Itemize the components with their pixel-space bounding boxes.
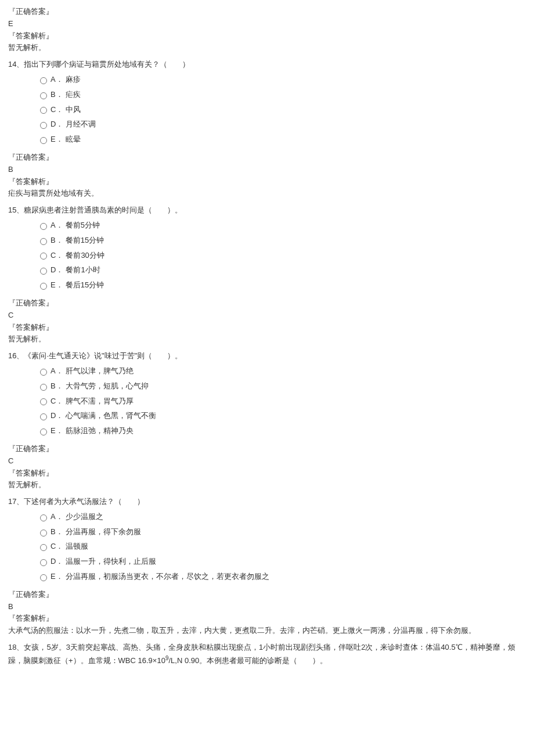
q16-option-B[interactable]: B． 大骨气劳，短肌，心气抑 (37, 380, 526, 393)
q16-radio-B[interactable] (40, 384, 47, 391)
q16-option-C[interactable]: C． 脾气不濡，胃气乃厚 (37, 395, 526, 408)
q16-option-B-text: 大骨气劳，短肌，心气抑 (66, 380, 149, 393)
q17-radio-D[interactable] (40, 559, 47, 566)
q15-radio-A[interactable] (40, 223, 47, 230)
q14-option-C[interactable]: C． 中风 (37, 104, 526, 116)
q17-option-B[interactable]: B． 分温再服，得下余勿服 (37, 526, 526, 538)
q13-answer-letter: E (8, 18, 526, 30)
q16-radio-C[interactable] (40, 398, 47, 405)
q14-option-E[interactable]: E． 眩晕 (37, 134, 526, 146)
correct-answer-label: 『正确答案』 (8, 443, 526, 455)
explanation-label: 『答案解析』 (8, 322, 526, 334)
q14-stem: 14、指出下列哪个病证与籍贯所处地域有关？（ ） (8, 59, 526, 71)
q15-radio-B[interactable] (40, 238, 47, 245)
q15-option-C[interactable]: C． 餐前30分钟 (37, 250, 526, 262)
q16-radio-E[interactable] (40, 429, 47, 435)
option-letter: E． (50, 279, 63, 291)
q17-options: A． 少少温服之 B． 分温再服，得下余勿服 C． 温顿服 D． 温服一升，得快… (37, 511, 526, 583)
option-letter: B． (50, 235, 63, 247)
q15-radio-D[interactable] (40, 268, 47, 275)
q17-option-A-text: 少少温服之 (66, 511, 103, 523)
q15-option-E[interactable]: E． 餐后15分钟 (37, 279, 526, 291)
q15-options: A． 餐前5分钟 B． 餐前15分钟 C． 餐前30分钟 D． 餐前1小时 E．… (37, 219, 526, 291)
option-letter: C． (50, 250, 63, 262)
explanation-label: 『答案解析』 (8, 30, 526, 42)
q17-option-C[interactable]: C． 温顿服 (37, 541, 526, 553)
explanation-label: 『答案解析』 (8, 467, 526, 480)
q16-radio-D[interactable] (40, 413, 47, 420)
q15-stem: 15、糖尿病患者注射普通胰岛素的时间是（ ）。 (8, 204, 526, 217)
q14-radio-C[interactable] (40, 107, 47, 114)
q17-option-C-text: 温顿服 (66, 541, 88, 553)
q16-option-D[interactable]: D． 心气喘满，色黑，肾气不衡 (37, 410, 526, 422)
q16-stem: 16、《素问·生气通天论》说"味过于苦"则（ ）。 (8, 350, 526, 362)
q14-option-A-text: 麻疹 (66, 74, 81, 86)
option-letter: B． (50, 380, 63, 393)
q17-option-B-text: 分温再服，得下余勿服 (66, 526, 141, 538)
q15-explanation: 暂无解析。 (8, 333, 526, 345)
q14-radio-B[interactable] (40, 92, 47, 99)
q16-answer-letter: C (8, 455, 526, 467)
q14-radio-E[interactable] (40, 137, 47, 144)
q16-radio-A[interactable] (40, 369, 47, 376)
q14-option-D-text: 月经不调 (66, 118, 96, 131)
option-letter: E． (50, 134, 63, 146)
q15-option-D[interactable]: D． 餐前1小时 (37, 264, 526, 276)
q14-options: A． 麻疹 B． 疟疾 C． 中风 D． 月经不调 E． 眩晕 (37, 74, 526, 146)
q17-option-A[interactable]: A． 少少温服之 (37, 511, 526, 523)
q15-answer-letter: C (8, 309, 526, 322)
q15-radio-C[interactable] (40, 253, 47, 260)
q14-answer-letter: B (8, 164, 526, 176)
q18-stem-part2: /L,N 0.90。本例患者最可能的诊断是（ ）。 (168, 656, 327, 665)
option-letter: B． (50, 526, 63, 538)
q15-option-E-text: 餐后15分钟 (66, 279, 104, 291)
q14-option-D[interactable]: D． 月经不调 (37, 118, 526, 131)
q17-radio-A[interactable] (40, 514, 47, 521)
q14-option-B[interactable]: B． 疟疾 (37, 89, 526, 101)
correct-answer-label: 『正确答案』 (8, 6, 526, 18)
q15-radio-E[interactable] (40, 283, 47, 290)
q16-option-E[interactable]: E． 筋脉沮弛，精神乃央 (37, 425, 526, 437)
option-letter: A． (50, 365, 63, 377)
q16-option-A[interactable]: A． 肝气以津，脾气乃绝 (37, 365, 526, 377)
explanation-label: 『答案解析』 (8, 613, 526, 625)
q14-option-E-text: 眩晕 (66, 134, 81, 146)
q17-stem: 17、下述何者为大承气汤服法？（ ） (8, 496, 526, 508)
q18-stem: 18、女孩，5岁。3天前突起寒战、高热、头痛，全身皮肤和粘膜出现瘀点，1小时前出… (8, 642, 526, 667)
correct-answer-label: 『正确答案』 (8, 152, 526, 164)
q15-option-A-text: 餐前5分钟 (66, 219, 100, 232)
option-letter: A． (50, 219, 63, 232)
q15-option-D-text: 餐前1小时 (66, 264, 100, 276)
q14-option-A[interactable]: A． 麻疹 (37, 74, 526, 86)
q13-explanation: 暂无解析。 (8, 42, 526, 54)
q17-option-D-text: 温服一升，得快利，止后服 (66, 556, 156, 568)
option-letter: D． (50, 556, 63, 568)
q16-answer-block: 『正确答案』 C 『答案解析』 暂无解析。 (8, 443, 526, 491)
q17-radio-E[interactable] (40, 574, 47, 581)
q16-option-C-text: 脾气不濡，胃气乃厚 (66, 395, 134, 408)
q17-explanation: 大承气汤的煎服法：以水一升，先煮二物，取五升，去滓，内大黄，更煮取二升。去滓，内… (8, 625, 526, 637)
q14-radio-A[interactable] (40, 77, 47, 84)
q15-option-A[interactable]: A． 餐前5分钟 (37, 219, 526, 232)
option-letter: D． (50, 410, 63, 422)
explanation-label: 『答案解析』 (8, 176, 526, 188)
option-letter: D． (50, 118, 63, 131)
option-letter: A． (50, 511, 63, 523)
option-letter: C． (50, 541, 63, 553)
q17-option-D[interactable]: D． 温服一升，得快利，止后服 (37, 556, 526, 568)
q14-option-C-text: 中风 (66, 104, 81, 116)
q15-option-B[interactable]: B． 餐前15分钟 (37, 235, 526, 247)
q17-answer-block: 『正确答案』 B 『答案解析』 大承气汤的煎服法：以水一升，先煮二物，取五升，去… (8, 589, 526, 637)
q14-radio-D[interactable] (40, 122, 47, 129)
q17-radio-B[interactable] (40, 530, 47, 537)
option-letter: B． (50, 89, 63, 101)
q16-option-E-text: 筋脉沮弛，精神乃央 (66, 425, 134, 437)
q16-option-D-text: 心气喘满，色黑，肾气不衡 (66, 410, 156, 422)
q17-answer-letter: B (8, 601, 526, 613)
option-letter: E． (50, 425, 63, 437)
q17-option-E[interactable]: E． 分温再服，初服汤当更衣，不尔者，尽饮之，若更衣者勿服之 (37, 571, 526, 583)
q13-answer-block: 『正确答案』 E 『答案解析』 暂无解析。 (8, 6, 526, 54)
correct-answer-label: 『正确答案』 (8, 589, 526, 601)
option-letter: E． (50, 571, 63, 583)
q17-radio-C[interactable] (40, 544, 47, 551)
